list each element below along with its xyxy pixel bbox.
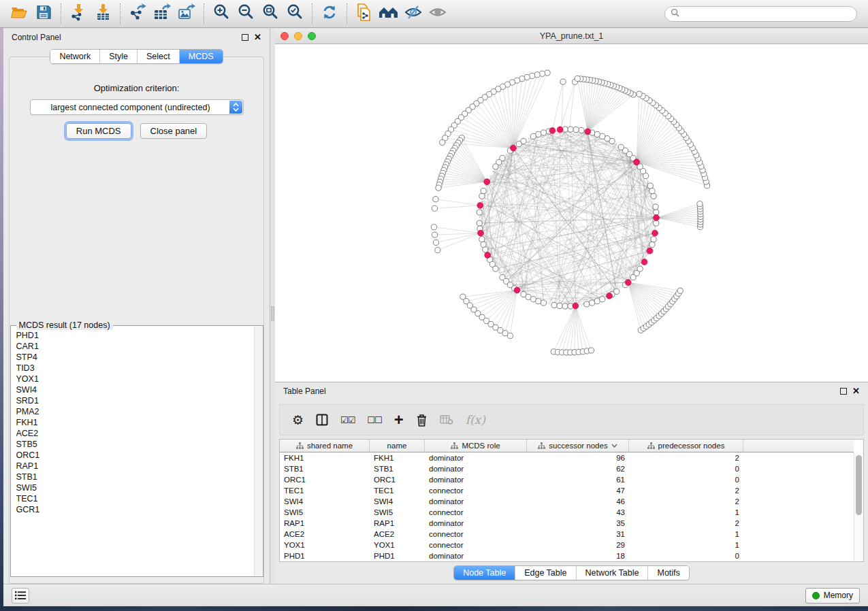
table-cell[interactable]: RAP1 <box>370 519 425 527</box>
add-row-button[interactable]: + <box>394 413 404 427</box>
table-cell[interactable]: ORC1 <box>280 476 370 484</box>
open-file-button[interactable] <box>7 2 31 25</box>
table-cell[interactable]: dominator <box>425 465 527 473</box>
result-node-item[interactable]: PHD1 <box>16 330 253 341</box>
result-node-item[interactable]: SWI5 <box>16 482 253 493</box>
task-history-button[interactable] <box>12 588 29 604</box>
tab-network-table[interactable]: Network Table <box>577 566 649 580</box>
sort-chevron-icon[interactable] <box>611 444 617 448</box>
zoom-out-button[interactable] <box>234 2 258 25</box>
tab-style[interactable]: Style <box>100 50 138 63</box>
table-row[interactable]: RAP1RAP1dominator352 <box>280 518 854 529</box>
table-cell[interactable]: RAP1 <box>280 519 370 527</box>
column-header-name[interactable]: name <box>370 440 425 452</box>
table-cell[interactable]: TEC1 <box>280 486 370 495</box>
show-all-button[interactable] <box>376 2 401 25</box>
table-cell[interactable]: dominator <box>425 454 527 462</box>
table-cell[interactable]: 61 <box>527 476 629 484</box>
tab-select[interactable]: Select <box>138 50 180 63</box>
table-cell[interactable]: connector <box>425 530 527 538</box>
splitter-grip-icon[interactable] <box>271 306 274 321</box>
table-row[interactable]: SWI4SWI4dominator462 <box>280 496 854 507</box>
table-cell[interactable]: 0 <box>629 465 743 473</box>
table-settings-button[interactable]: ⚙ <box>292 412 304 427</box>
close-panel-icon[interactable]: ✕ <box>254 34 261 41</box>
export-network-button[interactable] <box>125 2 150 25</box>
table-row[interactable]: TEC1TEC1connector472 <box>280 485 854 496</box>
export-table-button[interactable] <box>150 2 174 25</box>
table-cell[interactable]: dominator <box>425 497 527 506</box>
float-panel-icon[interactable] <box>242 34 248 41</box>
table-cell[interactable]: 0 <box>629 552 743 560</box>
table-cell[interactable]: YOX1 <box>370 541 425 549</box>
table-cell[interactable]: 1 <box>629 530 743 538</box>
table-row[interactable]: ORC1ORC1dominator610 <box>280 474 854 485</box>
result-node-item[interactable]: FKH1 <box>16 417 253 428</box>
close-panel-button[interactable]: Close panel <box>140 123 208 139</box>
table-cell[interactable]: 43 <box>527 508 629 516</box>
tab-edge-table[interactable]: Edge Table <box>515 566 576 580</box>
search-field[interactable] <box>664 6 857 22</box>
zoom-in-button[interactable] <box>209 2 234 25</box>
tab-motifs[interactable]: Motifs <box>648 566 688 580</box>
table-cell[interactable]: SWI5 <box>370 508 425 516</box>
zoom-selected-button[interactable] <box>283 2 307 25</box>
delete-row-button[interactable] <box>416 414 428 427</box>
table-cell[interactable]: 47 <box>527 486 629 495</box>
column-header-predecessor-nodes[interactable]: predecessor nodes <box>629 440 743 452</box>
run-mcds-button[interactable]: Run MCDS <box>66 123 131 139</box>
table-scrollbar[interactable] <box>854 453 863 561</box>
network-graph[interactable] <box>275 44 865 382</box>
table-cell[interactable]: 2 <box>629 454 743 462</box>
result-list-scrollbar[interactable] <box>254 327 262 576</box>
zoom-fit-button[interactable] <box>258 2 283 25</box>
table-cell[interactable]: PHD1 <box>280 552 370 560</box>
network-canvas[interactable] <box>275 44 868 382</box>
tab-mcds[interactable]: MCDS <box>180 50 223 63</box>
table-cell[interactable]: 35 <box>527 519 629 527</box>
table-cell[interactable]: connector <box>425 486 527 495</box>
table-cell[interactable]: ACE2 <box>370 530 425 538</box>
column-header-mcds-role[interactable]: MCDS role <box>425 440 527 452</box>
column-header-successor-nodes[interactable]: successor nodes <box>527 440 629 452</box>
deselect-all-button[interactable]: ☐☐ <box>367 415 381 425</box>
export-image-button[interactable] <box>174 2 199 25</box>
table-cell[interactable]: 62 <box>527 465 629 473</box>
table-cell[interactable]: connector <box>425 541 527 549</box>
show-selected-button[interactable] <box>425 2 450 25</box>
table-cell[interactable]: 18 <box>527 552 629 560</box>
table-cell[interactable]: 46 <box>527 497 629 506</box>
result-node-item[interactable]: PMA2 <box>16 406 253 417</box>
table-cell[interactable]: FKH1 <box>370 454 425 462</box>
show-column-button[interactable] <box>316 414 328 426</box>
result-node-item[interactable]: ACE2 <box>16 428 253 439</box>
table-cell[interactable]: SWI5 <box>280 508 370 516</box>
refresh-button[interactable] <box>317 2 342 25</box>
memory-button[interactable]: Memory <box>805 588 860 604</box>
table-cell[interactable]: 0 <box>629 476 743 484</box>
table-cell[interactable]: connector <box>425 508 527 516</box>
table-row[interactable]: STB1STB1dominator620 <box>280 463 854 474</box>
result-node-item[interactable]: STP4 <box>16 352 253 363</box>
result-node-item[interactable]: SRD1 <box>16 395 253 406</box>
table-cell[interactable]: PHD1 <box>370 552 425 560</box>
result-node-item[interactable]: TID3 <box>16 363 253 374</box>
network-titlebar[interactable]: YPA_prune.txt_1 <box>275 29 868 44</box>
table-cell[interactable]: 2 <box>629 519 743 527</box>
result-node-item[interactable]: YOX1 <box>16 374 253 384</box>
result-node-item[interactable]: STB5 <box>16 439 253 450</box>
result-node-item[interactable]: ORC1 <box>16 450 253 461</box>
mcds-result-list[interactable]: PHD1CAR1STP4TID3YOX1SWI4SRD1PMA2FKH1ACE2… <box>16 330 253 575</box>
hide-selected-button[interactable] <box>401 2 425 25</box>
float-table-panel-icon[interactable] <box>840 388 847 395</box>
close-table-panel-icon[interactable]: ✕ <box>852 388 860 395</box>
tab-node-table[interactable]: Node Table <box>454 566 515 580</box>
table-row[interactable]: PHD1PHD1dominator180 <box>280 550 854 561</box>
table-cell[interactable]: 1 <box>629 508 743 516</box>
table-cell[interactable]: SWI4 <box>370 497 425 506</box>
panel-splitter[interactable] <box>270 29 275 584</box>
table-row[interactable]: SWI5SWI5connector431 <box>280 507 854 518</box>
table-cell[interactable]: 2 <box>629 497 743 506</box>
table-cell[interactable]: dominator <box>425 476 527 484</box>
result-node-item[interactable]: CAR1 <box>16 341 253 352</box>
